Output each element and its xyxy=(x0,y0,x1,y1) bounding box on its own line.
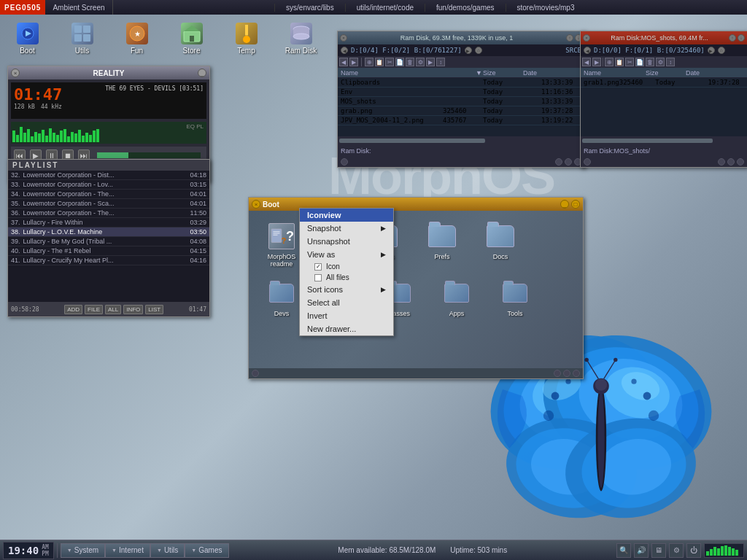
context-subitem-allfiles[interactable]: All files xyxy=(300,272,393,283)
fm2-row-0[interactable]: grab1.png 325460 Today 19:37:28 xyxy=(581,78,747,88)
fm2-titlebar[interactable]: × Ram Disk:MOS_shots, 69.4M fr... ↑ ↓ xyxy=(581,31,747,44)
player-progress-bar[interactable] xyxy=(97,152,201,158)
fm1-fwd-btn[interactable]: ▶ xyxy=(465,47,472,54)
fm2-tool-5[interactable]: ✂ xyxy=(625,58,634,66)
fm1-tool-5[interactable]: ✂ xyxy=(385,58,394,66)
playlist-item-35[interactable]: 35. Lowemotor Corporation - Sca... 04:01 xyxy=(8,199,209,209)
settings-icon-btn[interactable]: ⚙ xyxy=(669,543,684,558)
fm1-tool-6[interactable]: 📄 xyxy=(395,58,404,66)
pl-info-btn[interactable]: INFO xyxy=(123,305,143,314)
playlist-item-32[interactable]: 32. Lowemotor Corporation - Dist... 04:1… xyxy=(8,171,209,180)
sound-icon-btn[interactable]: 🔊 xyxy=(634,543,649,558)
fm1-row-4[interactable]: JPV_MOS_2004-11_2.png 435767 Today 13:19… xyxy=(338,116,584,125)
player-close-btn[interactable]: × xyxy=(11,69,20,77)
fm1-close-btn[interactable]: × xyxy=(340,34,347,42)
fm2-close-btn[interactable]: × xyxy=(583,34,590,42)
fm1-titlebar[interactable]: × Ram Disk, 69.3M free, 1339K in use, 1 … xyxy=(338,31,584,44)
desktop-icon-temp[interactable]: Temp xyxy=(226,22,266,55)
fm1-tool-4[interactable]: 📋 xyxy=(375,58,384,66)
music-player-titlebar[interactable]: × REALITY _ xyxy=(8,66,209,79)
context-menu-invert[interactable]: Invert xyxy=(300,309,393,322)
desktop-icon-store[interactable]: Store xyxy=(171,22,212,55)
network-icon-btn[interactable]: 🖥 xyxy=(651,543,666,558)
fm2-tool-2[interactable]: ▶ xyxy=(592,58,601,66)
desktop-icon-utils[interactable]: Utils xyxy=(62,22,102,55)
ambient-screen-label[interactable]: Ambient Screen xyxy=(45,0,112,15)
fm1-tool-3[interactable]: ⊕ xyxy=(365,58,374,66)
taskbar-menu-utils[interactable]: ▼ Utils xyxy=(150,543,185,558)
drawer-bottom-btn-2[interactable] xyxy=(554,370,561,377)
boot-drawer-min-btn[interactable]: _ xyxy=(560,200,569,209)
fm2-bc-btn-4[interactable] xyxy=(737,158,744,166)
fm1-row-0[interactable]: Clipboards Today 13:33:39 xyxy=(338,78,584,88)
fm2-down-btn[interactable]: ↓ xyxy=(738,34,745,42)
playlist-item-41[interactable]: 41. Lullacry - Crucify My Heart Pl... 04… xyxy=(8,256,209,265)
context-menu-unsnapshot[interactable]: Unsnapshot xyxy=(300,235,393,248)
fm2-scrollbar-h[interactable] xyxy=(581,136,747,145)
fm1-tool-10[interactable]: ↕ xyxy=(436,58,445,66)
fm1-back-btn[interactable]: ◀ xyxy=(341,47,348,54)
context-menu-viewas[interactable]: View as ▶ xyxy=(300,248,393,261)
drawer-icon-apps[interactable]: Apps xyxy=(431,279,482,317)
top-menu-fun[interactable]: fun/demos/games xyxy=(425,4,506,12)
fm2-bc-btn-1[interactable] xyxy=(584,158,591,166)
context-subitem-icon[interactable]: Icon xyxy=(300,261,393,272)
playlist-item-39[interactable]: 39. Lullacry - Be My God (Tribal ... 04:… xyxy=(8,237,209,246)
fm1-tool-8[interactable]: ⚙ xyxy=(416,58,425,66)
top-menu-utils[interactable]: utils/internet/code xyxy=(345,4,425,12)
top-menu-syslibs[interactable]: sys/envarc/libs xyxy=(274,4,345,12)
fm1-bc-btn-2[interactable] xyxy=(555,158,562,166)
fm1-up-btn[interactable]: ↑ xyxy=(566,34,573,42)
boot-drawer-max-btn[interactable]: □ xyxy=(571,200,580,209)
drawer-icon-tools[interactable]: Tools xyxy=(489,279,541,317)
fm1-tool-9[interactable]: ▶ xyxy=(426,58,435,66)
playlist-item-40[interactable]: 40. Lullacry - The #1 Rebel 04:15 xyxy=(8,246,209,256)
fm1-row-1[interactable]: Env Today 11:16:36 xyxy=(338,88,584,97)
taskbar-menu-internet[interactable]: ▼ Internet xyxy=(105,543,150,558)
fm1-home-btn[interactable]: ⌂ xyxy=(475,47,482,54)
pl-add-btn[interactable]: ADD xyxy=(64,305,82,314)
fm1-tool-7[interactable]: 🗑 xyxy=(406,58,414,66)
boot-drawer-close-btn[interactable]: × xyxy=(252,200,260,209)
brand-label[interactable]: PEG0505 xyxy=(0,0,45,15)
fm2-tool-6[interactable]: 📄 xyxy=(635,58,644,66)
fm2-tool-7[interactable]: 🗑 xyxy=(646,58,654,66)
playlist-item-33[interactable]: 33. Lowemotor Corporation - Lov... 03:15 xyxy=(8,180,209,190)
fm1-bc-btn-1[interactable] xyxy=(341,158,348,166)
drawer-bottom-btn-1[interactable] xyxy=(252,370,259,377)
desktop-icon-fun[interactable]: ★ Fun xyxy=(117,22,157,55)
context-menu-sorticons[interactable]: Sort icons ▶ xyxy=(300,283,393,296)
playlist-item-38[interactable]: 38. Lullacry - L.O.V.E. Machine 03:50 xyxy=(8,228,209,237)
context-menu-selectall[interactable]: Select all xyxy=(300,296,393,309)
pl-all-btn[interactable]: ALL xyxy=(105,305,121,314)
fm2-up-btn[interactable]: ↑ xyxy=(729,34,736,42)
drawer-icon-prefs[interactable]: Prefs xyxy=(417,222,468,268)
fm2-bc-btn-3[interactable] xyxy=(727,158,735,166)
player-min-btn[interactable]: _ xyxy=(198,69,206,77)
playlist-item-34[interactable]: 34. Lowemotor Corporation - The... 04:01 xyxy=(8,190,209,199)
fm1-tool-1[interactable]: ◀ xyxy=(339,58,348,66)
desktop-icon-boot[interactable]: Boot xyxy=(7,22,47,55)
desktop-icon-ramdisk[interactable]: Ram Disk xyxy=(281,22,321,55)
fm1-row-2[interactable]: MOS_shots Today 13:33:39 xyxy=(338,97,584,106)
fm2-tool-9[interactable]: ↕ xyxy=(666,58,675,66)
drawer-icon-docs[interactable]: Docs xyxy=(475,222,526,268)
playlist-item-36[interactable]: 36. Lowemotor Corporation - The... 11:50 xyxy=(8,209,209,218)
fm2-tool-3[interactable]: ⊕ xyxy=(605,58,614,66)
fm2-back-btn[interactable]: ◀ xyxy=(584,47,591,54)
context-menu-snapshot[interactable]: Snapshot ▶ xyxy=(300,222,393,235)
context-menu-newdrawer[interactable]: New drawer... xyxy=(300,322,393,335)
playlist-item-37[interactable]: 37. Lullacry - Fire Within 03:29 xyxy=(8,218,209,228)
power-icon-btn[interactable]: ⏻ xyxy=(686,543,701,558)
fm2-tool-4[interactable]: 📋 xyxy=(615,58,624,66)
fm1-tool-2[interactable]: ▶ xyxy=(349,58,358,66)
fm2-tool-1[interactable]: ◀ xyxy=(582,58,591,66)
fm1-bc-btn-3[interactable] xyxy=(565,158,572,166)
search-icon-btn[interactable]: 🔍 xyxy=(616,543,631,558)
fm2-tool-8[interactable]: ⚙ xyxy=(656,58,665,66)
top-menu-store[interactable]: store/movies/mp3 xyxy=(506,4,586,12)
drawer-bottom-btn-3[interactable] xyxy=(563,370,570,377)
fm2-bc-btn-2[interactable] xyxy=(718,158,725,166)
fm2-home-btn[interactable]: ⌂ xyxy=(718,47,725,54)
fm1-scrollbar-h[interactable] xyxy=(338,136,584,145)
